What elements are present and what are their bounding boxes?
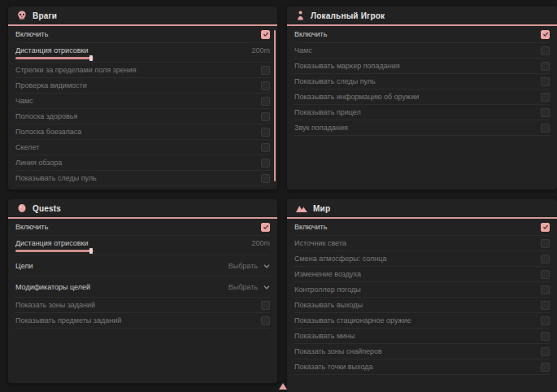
setting-row: Показывать стационарное оружие (294, 313, 550, 329)
checkbox[interactable] (541, 363, 550, 372)
setting-row: Показывать мины (294, 329, 550, 344)
checkbox[interactable] (261, 223, 270, 232)
setting-label: Контроллер погоды (294, 285, 361, 294)
slider-handle[interactable] (89, 55, 93, 61)
panel-body: ВключитьЧамсПоказывать маркер попаданияП… (287, 26, 557, 136)
checkbox[interactable] (541, 108, 550, 117)
checkbox[interactable] (261, 316, 270, 325)
setting-row: Показывать прицел (294, 105, 550, 120)
setting-label: Изменение воздуха (294, 270, 361, 278)
setting-label: Показывать следы пуль (15, 174, 97, 182)
checkbox[interactable] (261, 128, 270, 137)
setting-row: Показывать выходы (294, 298, 550, 313)
slider-handle[interactable] (89, 248, 93, 254)
panel-header: Мир (287, 199, 557, 219)
checkbox[interactable] (261, 112, 270, 121)
checkbox[interactable] (541, 223, 550, 232)
checkbox[interactable] (261, 301, 270, 310)
setting-label: Показывать предметы заданий (15, 316, 121, 324)
setting-row: Звук попадания (294, 120, 550, 136)
panel-header: Локальный Игрок (287, 7, 557, 26)
panel-body: ВключитьДистанция отрисовки200mЦелиВыбра… (8, 219, 277, 329)
skull-icon (17, 11, 27, 20)
slider-fill (15, 250, 91, 252)
setting-value: 200m (251, 239, 270, 247)
setting-row: Смена атмосферы: солнца (294, 251, 550, 267)
setting-label: Показывать маркер попадания (294, 62, 400, 70)
checkbox[interactable] (541, 93, 550, 102)
select-value: Выбрать (228, 262, 258, 270)
setting-label: Показать зоны снайперов (294, 347, 382, 355)
setting-label: Скелет (15, 143, 39, 151)
checkbox[interactable] (541, 239, 550, 248)
setting-label: Стрелки за пределами поля зрения (15, 66, 137, 74)
checkbox[interactable] (261, 30, 270, 39)
checkbox[interactable] (541, 46, 550, 55)
checkbox[interactable] (541, 316, 550, 325)
setting-label: Линия обзора (15, 159, 62, 167)
setting-row: Чамс (15, 94, 270, 109)
checkbox[interactable] (261, 66, 270, 75)
setting-label: Включить (15, 30, 48, 38)
setting-label: Звук попадания (294, 124, 348, 132)
setting-label: Дистанция отрисовки (15, 46, 89, 54)
select-value: Выбрать (228, 283, 258, 291)
slider[interactable] (15, 57, 94, 59)
checkbox[interactable] (261, 97, 270, 106)
setting-label: Показывать следы пуль (294, 77, 376, 85)
scrollbar[interactable] (274, 30, 276, 181)
slider-fill (15, 57, 91, 59)
panel-title: Мир (313, 204, 330, 213)
checkbox[interactable] (541, 255, 550, 264)
setting-row: Дистанция отрисовки200m (15, 43, 270, 63)
setting-row: Полоска боезапаса (15, 124, 270, 140)
setting-row: Показывать следы пуль (15, 171, 270, 186)
setting-row: Проверка видимости (15, 78, 270, 94)
setting-label: Цели (15, 262, 33, 270)
select-dropdown[interactable]: Выбрать (228, 262, 270, 270)
checkbox[interactable] (541, 124, 550, 133)
setting-label: Полоска боезапаса (15, 128, 81, 136)
panel-header: Quests (8, 199, 277, 219)
setting-row: Линия обзора (15, 155, 270, 171)
chevron-down-icon (263, 262, 270, 270)
checkbox[interactable] (541, 30, 550, 39)
setting-row: Контроллер погоды (294, 282, 550, 298)
checkbox[interactable] (261, 81, 270, 90)
chevron-down-icon (263, 283, 270, 291)
slider[interactable] (15, 250, 94, 252)
setting-row: Включить (294, 26, 550, 43)
setting-label: Модификаторы целей (15, 283, 90, 291)
checkbox[interactable] (541, 77, 550, 86)
checkbox[interactable] (261, 143, 270, 152)
select-dropdown[interactable]: Выбрать (228, 283, 270, 291)
checkbox[interactable] (541, 270, 550, 279)
setting-label: Включить (15, 223, 48, 231)
person-icon (296, 11, 305, 20)
setting-row: Показывать маркер попадания (294, 59, 550, 74)
setting-label: Источник света (294, 239, 346, 247)
setting-label: Показывать стационарное оружие (294, 316, 411, 324)
checkbox[interactable] (261, 174, 270, 183)
slider-row-top: Дистанция отрисовки200m (15, 239, 270, 247)
checkbox[interactable] (541, 347, 550, 356)
panel-body: ВключитьИсточник светаСмена атмосферы: с… (287, 219, 557, 375)
panel-body: ВключитьДистанция отрисовки200mСтрелки з… (8, 26, 277, 186)
setting-label: Показывать прицел (294, 108, 361, 116)
setting-label: Смена атмосферы: солнца (294, 255, 386, 263)
setting-label: Показать точки выхода (294, 363, 372, 371)
setting-row: Показать зоны заданий (15, 298, 270, 313)
setting-label: Показать зоны заданий (15, 301, 95, 309)
panel-world: МирВключитьИсточник светаСмена атмосферы… (287, 199, 557, 392)
slider-row-top: Дистанция отрисовки200m (15, 46, 270, 54)
checkbox[interactable] (541, 301, 550, 310)
setting-row: Показывать следы пуль (294, 74, 550, 89)
setting-row: Дистанция отрисовки200m (15, 236, 270, 255)
setting-label: Показывать выходы (294, 301, 363, 309)
checkbox[interactable] (261, 159, 270, 168)
checkbox[interactable] (541, 62, 550, 71)
setting-row: Стрелки за пределами поля зрения (15, 63, 270, 78)
checkbox[interactable] (541, 285, 550, 294)
setting-row: Показать зоны снайперов (294, 344, 550, 359)
checkbox[interactable] (541, 332, 550, 341)
